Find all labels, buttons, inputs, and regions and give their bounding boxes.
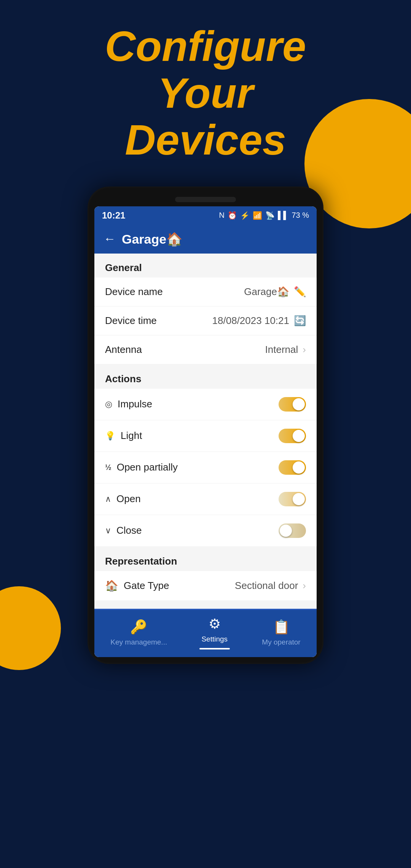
key-management-label: Key manageme... (110, 638, 167, 646)
light-icon: 💡 (105, 431, 115, 441)
phone-screen: 10:21 N ⏰ ⚡ 📶 📡 ▌▌ 73 % ← Garage🏠 (94, 206, 317, 657)
device-time-label: Device time (105, 315, 157, 327)
device-name-value: Garage🏠 ✏️ (244, 286, 306, 298)
status-bar: 10:21 N ⏰ ⚡ 📶 📡 ▌▌ 73 % (94, 206, 317, 225)
device-time-row[interactable]: Device time 18/08/2023 10:21 🔄 (94, 306, 317, 335)
gate-type-label: 🏠 Gate Type (105, 579, 169, 592)
light-toggle-thumb (293, 430, 305, 442)
phone-frame: 10:21 N ⏰ ⚡ 📶 📡 ▌▌ 73 % ← Garage🏠 (88, 187, 323, 664)
gate-type-row[interactable]: 🏠 Gate Type Sectional door › (94, 571, 317, 600)
impulse-label: ◎ Impulse (105, 398, 152, 410)
light-toggle[interactable] (279, 429, 306, 443)
light-row: 💡 Light (94, 420, 317, 452)
antenna-row[interactable]: Antenna Internal › (94, 335, 317, 364)
open-row: ∧ Open (94, 483, 317, 515)
bottom-nav: 🔑 Key manageme... ⚙ Settings 📋 My operat… (94, 609, 317, 657)
antenna-label: Antenna (105, 344, 142, 356)
light-text: Light (121, 430, 142, 442)
status-icons: N ⏰ ⚡ 📶 📡 ▌▌ 73 % (219, 211, 309, 220)
open-text: Open (116, 493, 141, 505)
close-text: Close (116, 525, 142, 536)
antenna-value: Internal › (265, 344, 306, 356)
device-time-text: 18/08/2023 10:21 (212, 315, 289, 327)
device-name-label: Device name (105, 286, 163, 298)
settings-icon: ⚙ (209, 616, 221, 632)
impulse-toggle-thumb (293, 398, 305, 410)
close-toggle-thumb (280, 525, 292, 537)
signal-bars: ▌▌ (278, 211, 288, 220)
my-operator-label: My operator (262, 638, 300, 646)
open-toggle[interactable] (279, 492, 306, 506)
device-name-row[interactable]: Device name Garage🏠 ✏️ (94, 278, 317, 306)
close-icon: ∨ (105, 526, 111, 536)
close-row: ∨ Close (94, 515, 317, 546)
gate-icon: 🏠 (105, 579, 118, 592)
open-partially-toggle-thumb (293, 461, 305, 474)
open-partially-label: ½ Open partially (105, 461, 178, 473)
device-name-text: Garage🏠 (244, 286, 289, 298)
notch-bar (175, 197, 236, 202)
device-time-value: 18/08/2023 10:21 🔄 (212, 315, 306, 327)
gate-type-text: Gate Type (124, 580, 169, 592)
key-icon: 🔑 (130, 619, 147, 635)
light-label: 💡 Light (105, 430, 142, 442)
gate-type-value: Sectional door › (235, 580, 306, 592)
impulse-toggle[interactable] (279, 397, 306, 412)
open-toggle-thumb (293, 493, 305, 505)
open-partially-text: Open partially (117, 461, 178, 473)
open-label: ∧ Open (105, 493, 141, 505)
nav-settings[interactable]: ⚙ Settings (192, 616, 237, 649)
open-partially-row: ½ Open partially (94, 452, 317, 483)
operator-icon: 📋 (273, 619, 290, 635)
close-label: ∨ Close (105, 525, 142, 536)
alarm-icon: ⏰ (228, 211, 237, 220)
gate-type-chevron-icon: › (303, 580, 306, 592)
close-toggle[interactable] (279, 523, 306, 538)
content-area: General Device name Garage🏠 ✏️ Device ti… (94, 254, 317, 609)
impulse-icon: ◎ (105, 399, 112, 409)
section-actions-header: Actions (94, 365, 317, 389)
back-button[interactable]: ← (104, 232, 116, 246)
nav-key-management[interactable]: 🔑 Key manageme... (103, 619, 175, 646)
battery-status: 73 % (292, 211, 309, 220)
nfc-icon: N (219, 211, 225, 220)
wifi-icon: 📶 (253, 211, 262, 220)
impulse-text: Impulse (118, 398, 152, 410)
open-icon: ∧ (105, 494, 111, 504)
signal-icon: 📡 (265, 211, 275, 220)
antenna-chevron-icon: › (303, 344, 306, 356)
app-title: Garage🏠 (122, 231, 182, 247)
antenna-text: Internal (265, 344, 298, 356)
edit-icon[interactable]: ✏️ (294, 286, 306, 298)
gate-type-selection: Sectional door (235, 580, 298, 592)
settings-label: Settings (201, 635, 228, 643)
open-partially-toggle[interactable] (279, 460, 306, 475)
representation-card: 🏠 Gate Type Sectional door › (94, 571, 317, 600)
phone-mockup: 10:21 N ⏰ ⚡ 📶 📡 ▌▌ 73 % ← Garage🏠 (0, 187, 411, 664)
general-card: Device name Garage🏠 ✏️ Device time 18/08… (94, 278, 317, 364)
section-representation-header: Representation (94, 547, 317, 571)
hero-title: Configure Your Devices (0, 0, 411, 179)
open-partially-icon: ½ (105, 463, 112, 472)
impulse-row: ◎ Impulse (94, 389, 317, 420)
app-header: ← Garage🏠 (94, 225, 317, 254)
refresh-icon[interactable]: 🔄 (294, 315, 306, 327)
status-time: 10:21 (102, 210, 125, 221)
actions-card: ◎ Impulse 💡 Light (94, 389, 317, 546)
nav-my-operator[interactable]: 📋 My operator (254, 619, 308, 646)
section-general-header: General (94, 254, 317, 278)
phone-notch (94, 193, 317, 206)
bluetooth-icon: ⚡ (240, 211, 250, 220)
